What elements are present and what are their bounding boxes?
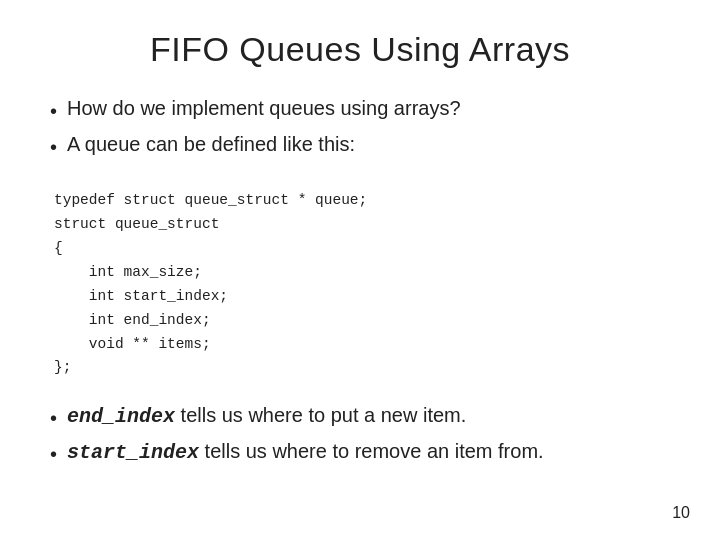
- code-line-2: struct queue_struct: [54, 213, 670, 237]
- start-index-label: start_index: [67, 441, 199, 464]
- bullet-item-1: • How do we implement queues using array…: [50, 97, 670, 125]
- bottom-bullet-text-1: end_index tells us where to put a new it…: [67, 404, 466, 428]
- end-index-rest: tells us where to put a new item.: [175, 404, 466, 426]
- top-bullets: • How do we implement queues using array…: [50, 97, 670, 169]
- bullet-dot-1: •: [50, 97, 57, 125]
- bottom-bullet-2: • start_index tells us where to remove a…: [50, 440, 670, 468]
- slide: FIFO Queues Using Arrays • How do we imp…: [0, 0, 720, 540]
- bullet-text-2: A queue can be defined like this:: [67, 133, 355, 156]
- bullet-dot-3: •: [50, 404, 57, 432]
- code-line-6: int end_index;: [54, 309, 670, 333]
- code-line-4: int max_size;: [54, 261, 670, 285]
- start-index-rest: tells us where to remove an item from.: [199, 440, 544, 462]
- bullet-text-1: How do we implement queues using arrays?: [67, 97, 461, 120]
- code-line-1: typedef struct queue_struct * queue;: [54, 189, 670, 213]
- slide-title: FIFO Queues Using Arrays: [50, 30, 670, 69]
- end-index-label: end_index: [67, 405, 175, 428]
- bullet-dot-4: •: [50, 440, 57, 468]
- bottom-bullets: • end_index tells us where to put a new …: [50, 404, 670, 476]
- page-number: 10: [672, 504, 690, 522]
- bottom-bullet-text-2: start_index tells us where to remove an …: [67, 440, 544, 464]
- bullet-dot-2: •: [50, 133, 57, 161]
- code-block: typedef struct queue_struct * queue; str…: [50, 189, 670, 380]
- code-line-8: };: [54, 356, 670, 380]
- code-line-7: void ** items;: [54, 333, 670, 357]
- bullet-item-2: • A queue can be defined like this:: [50, 133, 670, 161]
- bottom-bullet-1: • end_index tells us where to put a new …: [50, 404, 670, 432]
- code-line-3: {: [54, 237, 670, 261]
- code-line-5: int start_index;: [54, 285, 670, 309]
